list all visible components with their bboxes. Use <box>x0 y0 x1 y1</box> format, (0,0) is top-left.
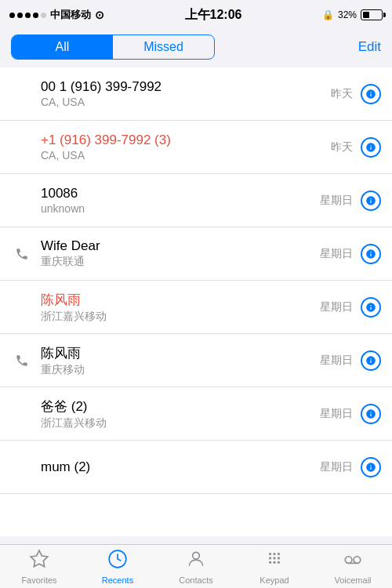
status-left: 中国移动 ⊙ <box>9 8 104 22</box>
segment-all[interactable]: All <box>12 35 113 59</box>
voicemail-tab-icon <box>343 549 363 574</box>
segment-missed[interactable]: Missed <box>113 35 214 59</box>
keypad-tab-label: Keypad <box>260 575 289 585</box>
call-info: 00 1 (916) 399-7992CA, USA <box>41 79 331 108</box>
call-name: +1 (916) 399-7992 (3) <box>41 132 331 148</box>
svg-point-7 <box>273 557 275 559</box>
call-sub: 重庆联通 <box>41 255 320 269</box>
status-time: 上午12:06 <box>185 7 242 24</box>
call-sub: 浙江嘉兴移动 <box>41 416 320 430</box>
call-right: 星期日 <box>320 191 381 211</box>
call-item: 爸爸 (2)浙江嘉兴移动星期日 <box>0 387 392 441</box>
recents-tab-icon <box>107 549 128 574</box>
call-time: 昨天 <box>331 87 353 101</box>
signal-dots <box>9 13 46 18</box>
tab-item-contacts[interactable]: Contacts <box>157 549 235 585</box>
favorites-tab-label: Favorites <box>21 575 56 585</box>
call-time: 星期日 <box>320 460 353 474</box>
call-info: mum (2) <box>41 459 320 475</box>
wifi-icon: ⊙ <box>95 9 104 21</box>
call-right: 星期日 <box>320 350 381 371</box>
call-name: 陈风雨 <box>41 291 320 309</box>
segment-control: All Missed <box>11 34 215 60</box>
call-info: Wife Dear重庆联通 <box>41 238 320 269</box>
call-item: +1 (916) 399-7992 (3)CA, USA昨天 <box>0 121 392 174</box>
call-info-button[interactable] <box>361 84 381 104</box>
lock-icon: 🔒 <box>322 9 334 20</box>
svg-point-13 <box>354 556 361 563</box>
call-info: 爸爸 (2)浙江嘉兴移动 <box>41 397 320 430</box>
call-item: 陈风雨浙江嘉兴移动星期日 <box>0 281 392 334</box>
call-info-button[interactable] <box>361 457 381 477</box>
call-right: 星期日 <box>320 404 381 424</box>
call-info: 10086unknown <box>41 186 320 215</box>
battery-icon <box>361 9 383 20</box>
call-time: 星期日 <box>320 407 353 421</box>
call-time: 星期日 <box>320 194 353 208</box>
call-name: 爸爸 (2) <box>41 397 320 416</box>
call-name: mum (2) <box>41 459 320 475</box>
call-info-button[interactable] <box>361 137 381 158</box>
call-right: 星期日 <box>320 457 381 477</box>
call-phone-icon <box>11 354 33 368</box>
call-item: 10086unknown星期日 <box>0 174 392 227</box>
call-item: 陈风雨重庆移动星期日 <box>0 334 392 387</box>
call-sub: unknown <box>41 202 320 215</box>
call-list: 00 1 (916) 399-7992CA, USA昨天+1 (916) 399… <box>0 67 392 536</box>
call-info-button[interactable] <box>361 191 381 211</box>
call-phone-icon <box>11 247 33 261</box>
svg-point-12 <box>345 556 352 563</box>
call-sub: 重庆移动 <box>41 363 320 377</box>
call-info-button[interactable] <box>361 404 381 424</box>
call-sub: CA, USA <box>41 96 331 108</box>
call-item: Wife Dear重庆联通星期日 <box>0 227 392 281</box>
svg-point-6 <box>269 557 271 559</box>
call-time: 昨天 <box>331 140 353 154</box>
call-time: 星期日 <box>320 354 353 368</box>
svg-point-3 <box>269 552 271 554</box>
svg-point-5 <box>278 552 280 554</box>
battery-fill <box>363 12 369 18</box>
call-info-button[interactable] <box>361 350 381 371</box>
call-info: +1 (916) 399-7992 (3)CA, USA <box>41 132 331 162</box>
segment-wrap: All Missed Edit <box>0 30 392 67</box>
call-info: 陈风雨浙江嘉兴移动 <box>41 291 320 324</box>
call-right: 昨天 <box>331 137 381 158</box>
call-name: 00 1 (916) 399-7992 <box>41 79 331 95</box>
recents-tab-label: Recents <box>102 575 133 585</box>
svg-point-4 <box>273 552 275 554</box>
contacts-tab-icon <box>186 549 206 574</box>
call-sub: CA, USA <box>41 149 331 162</box>
svg-marker-0 <box>31 550 48 567</box>
tab-item-voicemail[interactable]: Voicemail <box>314 549 392 585</box>
call-name: Wife Dear <box>41 238 320 254</box>
svg-point-9 <box>269 561 271 563</box>
edit-button[interactable]: Edit <box>358 39 381 55</box>
tab-bar: FavoritesRecentsContactsKeypadVoicemail <box>0 544 392 588</box>
tab-item-favorites[interactable]: Favorites <box>0 549 78 585</box>
tab-item-keypad[interactable]: Keypad <box>235 549 314 585</box>
favorites-tab-icon <box>29 549 49 574</box>
call-time: 星期日 <box>320 247 353 261</box>
contacts-tab-label: Contacts <box>179 575 212 585</box>
call-item: mum (2)星期日 <box>0 441 392 494</box>
call-name: 10086 <box>41 186 320 201</box>
svg-point-2 <box>193 552 200 559</box>
voicemail-tab-label: Voicemail <box>334 575 371 585</box>
call-right: 星期日 <box>320 297 381 318</box>
call-right: 昨天 <box>331 84 381 104</box>
call-time: 星期日 <box>320 300 353 314</box>
tab-item-recents[interactable]: Recents <box>78 549 157 585</box>
call-info: 陈风雨重庆移动 <box>41 344 320 377</box>
status-right: 🔒 32% <box>322 9 383 20</box>
carrier-label: 中国移动 <box>50 8 91 22</box>
call-info-button[interactable] <box>361 297 381 318</box>
call-name: 陈风雨 <box>41 344 320 362</box>
svg-point-8 <box>278 557 280 559</box>
call-info-button[interactable] <box>361 244 381 264</box>
call-sub: 浙江嘉兴移动 <box>41 310 320 324</box>
keypad-tab-icon <box>264 549 285 574</box>
call-right: 星期日 <box>320 244 381 264</box>
svg-point-10 <box>273 561 275 563</box>
status-bar: 中国移动 ⊙ 上午12:06 🔒 32% <box>0 0 392 30</box>
